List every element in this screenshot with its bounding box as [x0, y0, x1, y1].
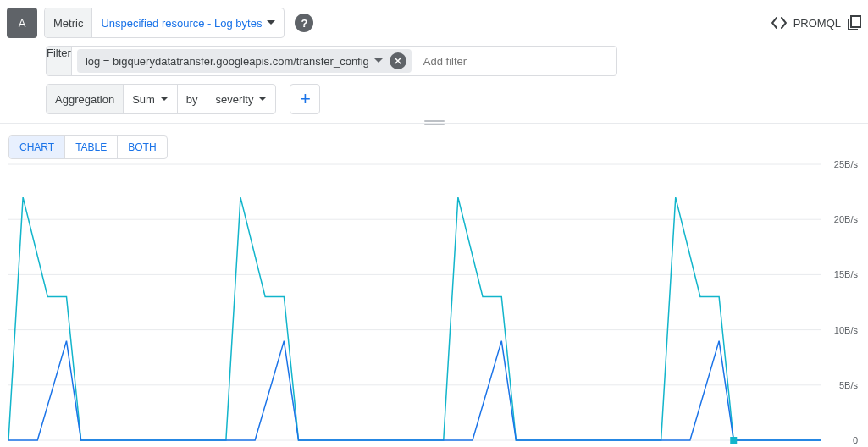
filter-chip[interactable]: log = bigquerydatatransfer.googleapis.co… — [77, 49, 412, 73]
query-badge[interactable]: A — [7, 8, 37, 38]
aggregation-by-field: severity — [216, 93, 254, 106]
svg-rect-25 — [730, 437, 737, 444]
help-icon[interactable]: ? — [295, 14, 313, 32]
remove-filter-icon[interactable]: ✕ — [390, 52, 406, 69]
copy-icon[interactable] — [848, 15, 861, 30]
svg-text:20B/s: 20B/s — [834, 214, 859, 224]
promql-label: PROMQL — [793, 17, 841, 30]
chevron-down-icon — [267, 20, 275, 25]
add-filter-input[interactable] — [417, 48, 518, 74]
svg-text:25B/s: 25B/s — [834, 159, 859, 169]
chevron-down-icon — [258, 97, 267, 102]
aggregation-selector[interactable]: Aggregation Sum by severity — [46, 84, 276, 114]
metrics-chart[interactable]: 05B/s10B/s15B/s20B/s25B/sUTC-512:10 PM12… — [7, 159, 861, 447]
svg-text:10B/s: 10B/s — [834, 325, 859, 335]
promql-button[interactable]: PROMQL — [771, 17, 841, 30]
view-tabs: CHART TABLE BOTH — [8, 135, 168, 159]
metric-label: Metric — [45, 8, 92, 37]
svg-rect-0 — [851, 16, 860, 27]
code-icon — [771, 17, 787, 29]
svg-text:5B/s: 5B/s — [839, 380, 859, 390]
filter-chip-text: log = bigquerydatatransfer.googleapis.co… — [86, 55, 369, 68]
tab-chart[interactable]: CHART — [9, 136, 65, 158]
by-label: by — [177, 85, 207, 113]
svg-text:0: 0 — [853, 435, 858, 445]
chevron-down-icon — [374, 58, 383, 63]
filter-box: Filter log = bigquerydatatransfer.google… — [46, 46, 617, 76]
aggregation-label: Aggregation — [47, 85, 124, 113]
add-aggregation-button[interactable]: + — [290, 84, 320, 114]
metric-selector[interactable]: Metric Unspecified resource - Log bytes — [44, 8, 285, 38]
tab-table[interactable]: TABLE — [65, 136, 118, 158]
chevron-down-icon — [160, 97, 169, 102]
filter-label: Filter — [47, 47, 72, 75]
tab-both[interactable]: BOTH — [118, 136, 166, 158]
svg-text:15B/s: 15B/s — [834, 269, 859, 279]
resize-handle[interactable] — [424, 120, 445, 125]
metric-value: Unspecified resource - Log bytes — [101, 17, 262, 30]
aggregation-function: Sum — [132, 93, 155, 106]
